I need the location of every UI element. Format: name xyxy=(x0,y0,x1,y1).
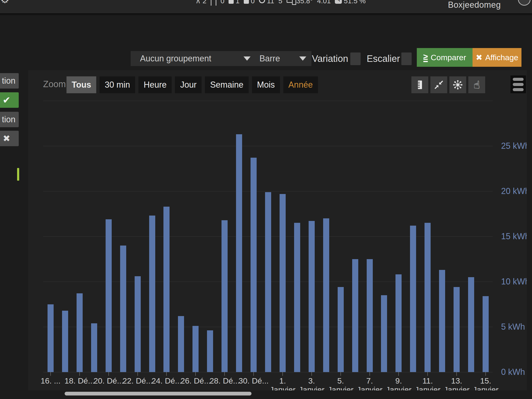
bar-9-janvier[interactable] xyxy=(395,274,402,372)
status-value: 11 xyxy=(267,0,274,6)
hub-tool-button[interactable] xyxy=(449,76,466,93)
x-axis-label-line2: Janvier xyxy=(467,385,504,390)
y-axis-label: 0 kWh xyxy=(501,367,527,377)
bar-28-décembre[interactable] xyxy=(222,220,228,372)
horizontal-scrollbar-thumb[interactable] xyxy=(65,392,252,395)
bar-29-décembre[interactable] xyxy=(236,134,242,372)
bar-4-janvier[interactable] xyxy=(323,218,329,372)
sidebar-item-partial-1[interactable]: tion xyxy=(0,73,19,89)
avatar[interactable] xyxy=(518,0,531,6)
grouping-dropdown[interactable]: Aucun groupement xyxy=(131,51,255,66)
status-value: 4.01 xyxy=(317,0,331,6)
bar-7-janvier[interactable] xyxy=(367,259,373,372)
y-axis-label: 20 kWh xyxy=(501,186,527,196)
zoom-option-mois[interactable]: Mois xyxy=(252,76,280,93)
status-item: 11 xyxy=(259,0,274,6)
y-axis-label: 25 kWh xyxy=(501,141,527,151)
zoom-label: Zoom xyxy=(43,79,66,89)
status-item: ↖51.5 % xyxy=(335,0,366,6)
bar-26-décembre[interactable] xyxy=(192,326,199,372)
bar-3-janvier[interactable] xyxy=(309,221,315,372)
bar-8-janvier[interactable] xyxy=(381,295,387,372)
zoom-option-30-min[interactable]: 30 min xyxy=(100,76,135,93)
compare-button-label: Comparer xyxy=(431,53,466,62)
status-value: 5 xyxy=(279,0,282,6)
bar-31-décembre[interactable] xyxy=(265,192,271,372)
timer-icon xyxy=(259,0,265,3)
gridline xyxy=(43,101,493,101)
hub-icon xyxy=(453,80,463,90)
x-axis-tick xyxy=(79,372,80,376)
bar-14-janvier[interactable] xyxy=(468,277,474,372)
bar-6-janvier[interactable] xyxy=(352,259,358,372)
chart-panel: Zoom Tous30 minHeureJourSemaineMoisAnnée xyxy=(28,70,527,390)
collapse-tool-button[interactable] xyxy=(430,76,447,93)
zoom-option-jour[interactable]: Jour xyxy=(175,76,202,93)
status-value: 1 xyxy=(235,0,240,6)
bar-11-janvier[interactable] xyxy=(424,223,431,372)
accent-indicator xyxy=(17,168,19,181)
bar-1-janvier[interactable] xyxy=(279,194,286,372)
bar-27-décembre[interactable] xyxy=(207,330,213,372)
bar-5-janvier[interactable] xyxy=(338,287,344,372)
measure-tool-button[interactable] xyxy=(412,76,428,93)
status-item xyxy=(216,0,216,6)
zoom-option-année[interactable]: Année xyxy=(283,76,318,93)
bar-12-janvier[interactable] xyxy=(439,270,445,372)
x-axis-tick xyxy=(253,372,254,376)
zoom-option-semaine[interactable]: Semaine xyxy=(205,76,248,93)
app-screen: ⚙ ∧201011535.8°4.01↖51.5 % Boxjeedomeg A… xyxy=(0,0,532,399)
page-title: Boxjeedomeg xyxy=(448,0,501,10)
status-value: 51.5 % xyxy=(344,0,366,6)
bar-13-janvier[interactable] xyxy=(454,287,460,372)
bar-16-décembre[interactable] xyxy=(48,304,54,372)
escalier-label: Escalier xyxy=(367,51,400,66)
bar-17-décembre[interactable] xyxy=(62,311,68,372)
bar-21-décembre[interactable] xyxy=(120,245,126,372)
variation-checkbox[interactable] xyxy=(350,52,361,65)
bar-25-décembre[interactable] xyxy=(178,316,184,372)
x-axis-tick xyxy=(50,372,51,376)
bar-23-décembre[interactable] xyxy=(149,216,155,372)
ruler-icon xyxy=(415,80,425,90)
sidebar-item-partial-2[interactable]: tion xyxy=(0,112,19,127)
collapse-icon xyxy=(434,80,444,90)
bar-20-décembre[interactable] xyxy=(106,219,112,372)
chart-type-dropdown[interactable]: Barre xyxy=(255,51,311,66)
zoom-option-heure[interactable]: Heure xyxy=(138,76,172,93)
x-axis-tick xyxy=(282,372,283,376)
screen-icon xyxy=(287,0,295,3)
status-item: ∧2 xyxy=(196,0,207,6)
gridline xyxy=(43,146,493,146)
bar-18-décembre[interactable] xyxy=(76,293,83,372)
x-axis-tick xyxy=(427,372,428,376)
bar-19-décembre[interactable] xyxy=(91,323,97,372)
pan-tool-button[interactable]: ☝ xyxy=(468,76,485,93)
chevron-down-icon xyxy=(244,57,251,61)
chart-options-panel: Aucun groupement Barre xyxy=(131,51,311,66)
bar-10-janvier[interactable] xyxy=(410,226,416,372)
x-axis-tick xyxy=(456,372,457,376)
escalier-checkbox[interactable] xyxy=(401,52,412,65)
chevron-up-icon: ∧ xyxy=(196,0,201,6)
topbar-shadow xyxy=(0,13,532,16)
status-item: 4.01 xyxy=(317,0,331,6)
compare-button[interactable]: ≥ Comparer xyxy=(417,48,473,67)
y-axis-label: 10 kWh xyxy=(501,277,527,287)
zoom-option-tous[interactable]: Tous xyxy=(66,76,96,93)
bar-22-décembre[interactable] xyxy=(135,276,141,372)
topbar-status-row: ∧201011535.8°4.01↖51.5 % xyxy=(196,0,366,6)
sidebar-close-button[interactable]: ✖ xyxy=(0,131,19,146)
display-button[interactable]: ✖ Affichage xyxy=(473,48,521,67)
bar-2-janvier[interactable] xyxy=(294,223,300,372)
bar-15-janvier[interactable] xyxy=(483,296,489,372)
zoom-range-buttons: Tous30 minHeureJourSemaineMoisAnnée xyxy=(66,76,318,93)
chart-menu-button[interactable] xyxy=(510,75,526,93)
bar-24-décembre[interactable] xyxy=(164,207,170,372)
sidebar-confirm-button[interactable]: ✔ xyxy=(0,92,19,108)
status-value: 0 xyxy=(221,0,225,6)
bar-30-décembre[interactable] xyxy=(251,158,257,372)
x-axis-tick xyxy=(369,372,370,376)
x-axis-tick xyxy=(108,372,109,376)
gear-icon[interactable]: ⚙ xyxy=(0,0,9,5)
